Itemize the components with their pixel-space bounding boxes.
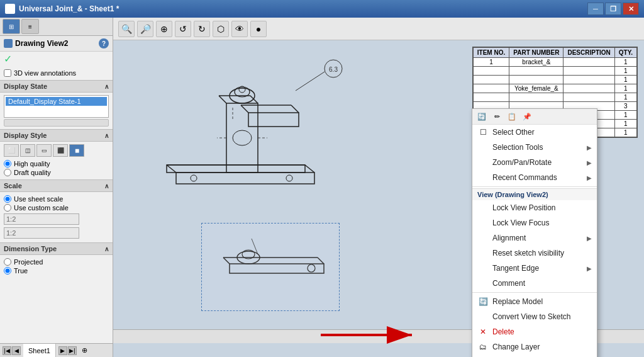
zoom-pan-icon bbox=[477, 157, 489, 167]
display-state-list: Default_Display State-1 bbox=[4, 95, 109, 118]
menu-item-alignment[interactable]: Alignment ▶ bbox=[472, 230, 597, 246]
bom-qty-8: 1 bbox=[614, 120, 636, 128]
menu-tool-edit[interactable]: ✏ bbox=[490, 110, 504, 123]
bom-part-5 bbox=[509, 93, 564, 102]
panel-header-icon bbox=[4, 39, 13, 48]
render-btn[interactable]: ● bbox=[250, 21, 267, 37]
lock-focus-icon bbox=[477, 218, 489, 228]
shaded-icon[interactable]: ◼ bbox=[69, 144, 84, 157]
scale-value-1[interactable] bbox=[4, 213, 79, 225]
display-style-content: ⬜ ◫ ▭ ⬛ ◼ High quality Draft quality bbox=[0, 142, 113, 179]
display-state-scrollbar[interactable] bbox=[4, 119, 109, 127]
scale-section: Scale ∧ Use sheet scale Use custom scale bbox=[0, 179, 113, 242]
display-state-arrow: ∧ bbox=[104, 83, 109, 90]
redo-btn[interactable]: ↻ bbox=[194, 21, 210, 37]
custom-scale-row: Use custom scale bbox=[4, 203, 109, 212]
high-quality-radio[interactable] bbox=[4, 160, 11, 167]
bom-row: Yoke_female_& 1 bbox=[473, 84, 636, 93]
zoom-pan-label: Zoom/Pan/Rotate bbox=[492, 158, 552, 167]
scale-header[interactable]: Scale ∧ bbox=[0, 179, 113, 192]
tangent-edge-icon bbox=[477, 263, 489, 273]
replace-model-label: Replace Model bbox=[492, 297, 543, 306]
tab-drawing-view[interactable]: ⊞ bbox=[3, 19, 20, 34]
dimension-type-section: Dimension Type ∧ Projected True bbox=[0, 242, 113, 278]
tab-properties[interactable]: ≡ bbox=[21, 19, 39, 34]
restore-button[interactable]: ❐ bbox=[605, 3, 621, 15]
menu-item-convert-view[interactable]: Convert View to Sketch bbox=[472, 309, 597, 324]
minimize-button[interactable]: ─ bbox=[587, 3, 604, 15]
bom-item-1: 1 bbox=[473, 58, 509, 67]
3d-annotations-checkbox[interactable] bbox=[4, 69, 11, 77]
hidden-lines-visible-icon[interactable]: ◫ bbox=[20, 144, 35, 157]
menu-item-change-layer[interactable]: 🗂 Change Layer bbox=[472, 339, 597, 354]
bom-col-qty: QTY. bbox=[614, 48, 636, 58]
zoom-area-btn[interactable]: 🔎 bbox=[137, 21, 153, 37]
bom-row: 1 bbox=[473, 93, 636, 102]
true-radio[interactable] bbox=[4, 267, 11, 275]
projected-radio[interactable] bbox=[4, 258, 11, 266]
scale-arrow: ∧ bbox=[104, 183, 109, 190]
next-sheet-btn[interactable]: ▶ bbox=[58, 346, 67, 355]
bottom-tabs: |◀ ◀ Sheet1 ▶ ▶| ⊕ bbox=[0, 343, 113, 357]
menu-item-replace-model[interactable]: 🔄 Replace Model bbox=[472, 294, 597, 309]
menu-tool-pin[interactable]: 📌 bbox=[520, 110, 534, 123]
select-other-label: Select Other bbox=[492, 128, 535, 137]
menu-item-comment[interactable]: Comment bbox=[472, 276, 597, 291]
comment-icon bbox=[477, 278, 489, 288]
menu-item-reset-sketch[interactable]: Reset sketch visibility bbox=[472, 246, 597, 261]
add-sheet-icon[interactable]: ⊕ bbox=[82, 346, 87, 354]
dimension-type-header[interactable]: Dimension Type ∧ bbox=[0, 242, 113, 255]
menu-item-lock-view-focus[interactable]: Lock View Focus bbox=[472, 215, 597, 230]
menu-toolbar: 🔄 ✏ 📋 📌 bbox=[472, 109, 597, 125]
dimension-type-content: Projected True bbox=[0, 255, 113, 278]
toolbar: 🔍 🔎 ⊕ ↺ ↻ ⬡ 👁 ● bbox=[113, 18, 644, 40]
bom-part-4: Yoke_female_& bbox=[509, 84, 564, 93]
help-icon[interactable]: ? bbox=[99, 38, 109, 48]
first-sheet-btn[interactable]: |◀ bbox=[3, 346, 11, 355]
zoom-fit-btn[interactable]: ⊕ bbox=[156, 21, 172, 37]
context-menu: 🔄 ✏ 📋 📌 ☐ Select Other Selection Tools ▶ bbox=[472, 108, 597, 357]
bom-part-1: bracket_& bbox=[509, 58, 564, 67]
menu-item-recent-commands[interactable]: Recent Commands ▶ bbox=[472, 170, 597, 185]
display-style-icons: ⬜ ◫ ▭ ⬛ ◼ bbox=[4, 144, 109, 157]
menu-item-zoom-pan[interactable]: Zoom/Pan/Rotate ▶ bbox=[472, 155, 597, 170]
view-toggle-btn[interactable]: 👁 bbox=[231, 21, 248, 37]
menu-tool-copy[interactable]: 📋 bbox=[505, 110, 519, 123]
menu-item-select-other[interactable]: ☐ Select Other bbox=[472, 125, 597, 140]
display-state-item[interactable]: Default_Display State-1 bbox=[6, 97, 107, 106]
wireframe-icon[interactable]: ⬜ bbox=[4, 144, 19, 157]
scale-label: Scale bbox=[4, 182, 22, 190]
change-layer-label: Change Layer bbox=[492, 343, 540, 351]
display-style-header[interactable]: Display Style ∧ bbox=[0, 129, 113, 142]
search-btn[interactable]: 🔍 bbox=[118, 21, 135, 37]
confirm-checkmark[interactable]: ✓ bbox=[0, 52, 113, 66]
3d-view-btn[interactable]: ⬡ bbox=[213, 21, 229, 37]
shaded-no-edges-icon[interactable]: ⬛ bbox=[53, 144, 68, 157]
close-button[interactable]: ✕ bbox=[623, 3, 639, 15]
menu-tool-refresh[interactable]: 🔄 bbox=[475, 110, 489, 123]
sheet1-label: Sheet1 bbox=[28, 347, 50, 354]
replace-model-icon: 🔄 bbox=[477, 297, 489, 307]
menu-item-add-view-label[interactable]: Add View Label bbox=[472, 354, 597, 357]
draft-quality-radio[interactable] bbox=[4, 169, 11, 176]
menu-separator-1 bbox=[472, 186, 597, 187]
hidden-lines-removed-icon[interactable]: ▭ bbox=[36, 144, 52, 157]
prev-sheet-btn[interactable]: ◀ bbox=[12, 346, 21, 355]
bom-qty-7: 1 bbox=[614, 111, 636, 120]
sheet1-tab[interactable]: Sheet1 bbox=[23, 344, 56, 357]
menu-item-tangent-edge[interactable]: Tangent Edge ▶ bbox=[472, 261, 597, 276]
scale-value-2[interactable] bbox=[4, 227, 79, 239]
last-sheet-btn[interactable]: ▶| bbox=[68, 346, 77, 355]
menu-item-selection-tools[interactable]: Selection Tools ▶ bbox=[472, 140, 597, 155]
drawing-canvas[interactable]: 6.3 bbox=[113, 40, 644, 343]
title-bar: Universal Joint_& - Sheet1 * ─ ❐ ✕ bbox=[0, 0, 644, 18]
bom-desc-5 bbox=[564, 93, 614, 102]
menu-item-delete[interactable]: ✕ Delete bbox=[472, 324, 597, 339]
sheet-scale-radio[interactable] bbox=[4, 195, 11, 203]
display-state-header[interactable]: Display State ∧ bbox=[0, 80, 113, 93]
reset-sketch-label: Reset sketch visibility bbox=[492, 249, 564, 258]
undo-btn[interactable]: ↺ bbox=[175, 21, 191, 37]
custom-scale-radio[interactable] bbox=[4, 204, 11, 212]
canvas-area: 🔍 🔎 ⊕ ↺ ↻ ⬡ 👁 ● 6.3 bbox=[113, 18, 644, 357]
menu-item-lock-view-position[interactable]: Lock View Position bbox=[472, 200, 597, 215]
